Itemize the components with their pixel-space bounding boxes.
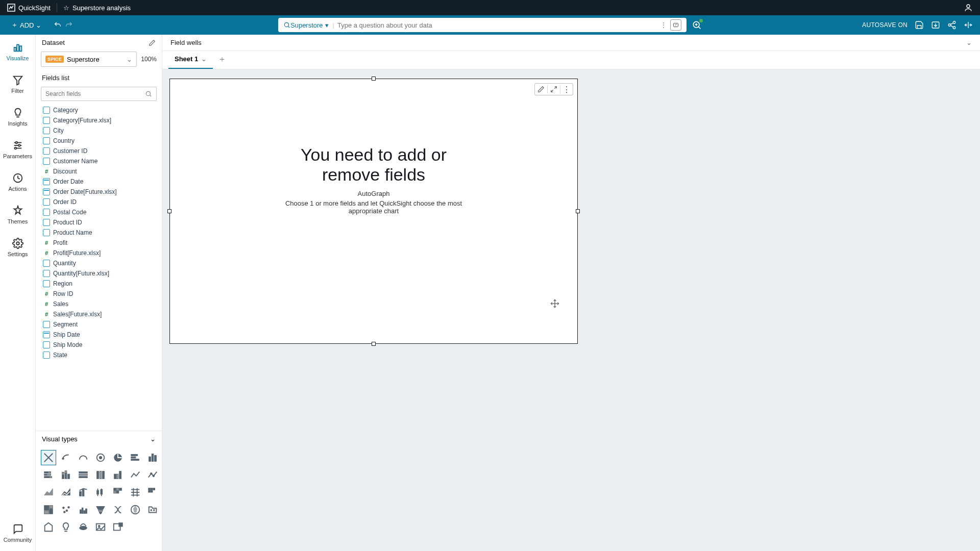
viz-type-option[interactable] xyxy=(76,519,91,535)
field-row[interactable]: #Discount xyxy=(36,166,162,177)
viz-type-option[interactable] xyxy=(145,450,160,465)
viz-type-option[interactable] xyxy=(76,485,91,500)
viz-type-option[interactable] xyxy=(58,450,74,465)
viz-type-option[interactable] xyxy=(93,467,108,483)
share-icon[interactable] xyxy=(947,20,957,30)
viz-type-option[interactable] xyxy=(128,485,143,500)
field-row[interactable]: City xyxy=(36,126,162,136)
viz-type-option[interactable] xyxy=(93,485,108,500)
add-sheet-button[interactable]: ＋ xyxy=(213,50,231,69)
fit-width-icon[interactable] xyxy=(964,20,973,30)
nlq-input[interactable] xyxy=(337,21,657,29)
save-icon[interactable] xyxy=(915,20,924,30)
rail-settings[interactable]: Settings xyxy=(0,236,35,259)
field-row[interactable]: Customer ID xyxy=(36,146,162,156)
add-button[interactable]: ＋ ADD ⌄ xyxy=(7,18,45,32)
viz-type-option[interactable] xyxy=(110,467,126,483)
viz-type-option[interactable] xyxy=(41,485,56,500)
more-icon[interactable]: ⋮ xyxy=(657,21,670,29)
field-row[interactable]: Region xyxy=(36,279,162,289)
fields-search-input[interactable] xyxy=(45,90,145,97)
viz-type-option[interactable] xyxy=(145,467,160,483)
edit-icon[interactable] xyxy=(149,39,156,46)
field-row[interactable]: Customer Name xyxy=(36,156,162,166)
maximize-visual-button[interactable] xyxy=(548,84,560,95)
rail-actions[interactable]: Actions xyxy=(0,170,35,194)
field-row[interactable]: Ship Date xyxy=(36,330,162,340)
viz-type-option[interactable] xyxy=(76,467,91,483)
field-row[interactable]: Product ID xyxy=(36,217,162,228)
export-icon[interactable] xyxy=(931,20,940,30)
viz-type-option[interactable] xyxy=(58,502,74,517)
field-row[interactable]: Product Name xyxy=(36,228,162,238)
field-row[interactable]: Order Date[Future.xlsx] xyxy=(36,187,162,197)
resize-handle-w[interactable] xyxy=(167,209,172,213)
resize-handle-e[interactable] xyxy=(576,209,580,213)
viz-type-option[interactable] xyxy=(41,519,56,535)
rail-community[interactable]: Community xyxy=(0,521,35,545)
fields-list[interactable]: CategoryCategory[Future.xlsx]CityCountry… xyxy=(36,104,162,431)
analysis-title[interactable]: Superstore analysis xyxy=(72,4,131,12)
undo-button[interactable] xyxy=(54,21,62,29)
visual-frame[interactable]: ⋮ You need to add or remove fields AutoG… xyxy=(169,79,578,344)
viz-type-option[interactable] xyxy=(76,450,91,465)
edit-visual-button[interactable] xyxy=(535,84,547,95)
viz-type-option[interactable] xyxy=(110,502,126,517)
rail-themes[interactable]: Themes xyxy=(0,203,35,227)
submit-query-button[interactable] xyxy=(670,19,681,31)
viz-type-option[interactable] xyxy=(110,485,126,500)
viz-type-option[interactable] xyxy=(110,519,126,535)
viz-type-option[interactable] xyxy=(76,502,91,517)
rail-parameters[interactable]: Parameters xyxy=(0,138,35,161)
viz-type-option[interactable] xyxy=(41,502,56,517)
star-icon[interactable]: ☆ xyxy=(63,4,69,12)
field-wells-bar[interactable]: Field wells ⌄ xyxy=(162,35,980,51)
rail-visualize[interactable]: Visualize xyxy=(0,40,35,63)
viz-type-option[interactable] xyxy=(128,450,143,465)
field-row[interactable]: Category xyxy=(36,105,162,115)
viz-type-option[interactable] xyxy=(41,450,56,465)
field-row[interactable]: Ship Mode xyxy=(36,340,162,350)
field-row[interactable]: Country xyxy=(36,136,162,146)
field-row[interactable]: #Row ID xyxy=(36,289,162,299)
viz-type-option[interactable] xyxy=(58,467,74,483)
field-row[interactable]: Quantity[Future.xlsx] xyxy=(36,268,162,279)
field-row[interactable]: Order Date xyxy=(36,177,162,187)
viz-type-option[interactable] xyxy=(110,450,126,465)
field-row[interactable]: Order ID xyxy=(36,197,162,207)
field-row[interactable]: #Profit[Future.xlsx] xyxy=(36,248,162,258)
field-row[interactable]: #Sales xyxy=(36,299,162,309)
rail-filter[interactable]: Filter xyxy=(0,72,35,96)
sheet-tab[interactable]: Sheet 1 ⌄ xyxy=(168,51,213,69)
viz-type-option[interactable] xyxy=(58,485,74,500)
search-dataset-pill[interactable]: Superstore ▾ xyxy=(290,21,329,29)
sheet-body[interactable]: ⋮ You need to add or remove fields AutoG… xyxy=(162,69,980,551)
insights-indicator-button[interactable] xyxy=(692,20,702,30)
field-row[interactable]: #Profit xyxy=(36,238,162,248)
nlq-search-bar[interactable]: Superstore ▾ | ⋮ xyxy=(278,18,687,32)
viz-type-option[interactable] xyxy=(128,502,143,517)
field-row[interactable]: Quantity xyxy=(36,258,162,268)
viz-type-option[interactable] xyxy=(41,467,56,483)
dataset-select[interactable]: SPICE Superstore ⌄ xyxy=(41,52,137,67)
viz-type-option[interactable] xyxy=(58,519,74,535)
rail-insights[interactable]: Insights xyxy=(0,105,35,129)
field-row[interactable]: #Sales[Future.xlsx] xyxy=(36,309,162,319)
autosave-toggle[interactable]: AUTOSAVE ON xyxy=(862,21,908,29)
viz-type-option[interactable] xyxy=(145,502,160,517)
field-row[interactable]: Postal Code xyxy=(36,207,162,217)
field-row[interactable]: Segment xyxy=(36,319,162,330)
brand-logo[interactable]: QuickSight xyxy=(7,4,51,12)
visual-menu-button[interactable]: ⋮ xyxy=(560,84,573,95)
resize-handle-n[interactable] xyxy=(372,77,376,81)
viz-type-option[interactable] xyxy=(93,519,108,535)
viz-type-option[interactable] xyxy=(93,450,108,465)
visual-types-header[interactable]: Visual types ⌄ xyxy=(36,431,162,447)
user-icon[interactable] xyxy=(964,3,973,12)
redo-button[interactable] xyxy=(65,21,73,29)
field-row[interactable]: Category[Future.xlsx] xyxy=(36,115,162,126)
field-row[interactable]: State xyxy=(36,350,162,360)
viz-type-option[interactable] xyxy=(93,502,108,517)
viz-type-option[interactable] xyxy=(145,485,160,500)
fields-search[interactable] xyxy=(41,87,157,101)
